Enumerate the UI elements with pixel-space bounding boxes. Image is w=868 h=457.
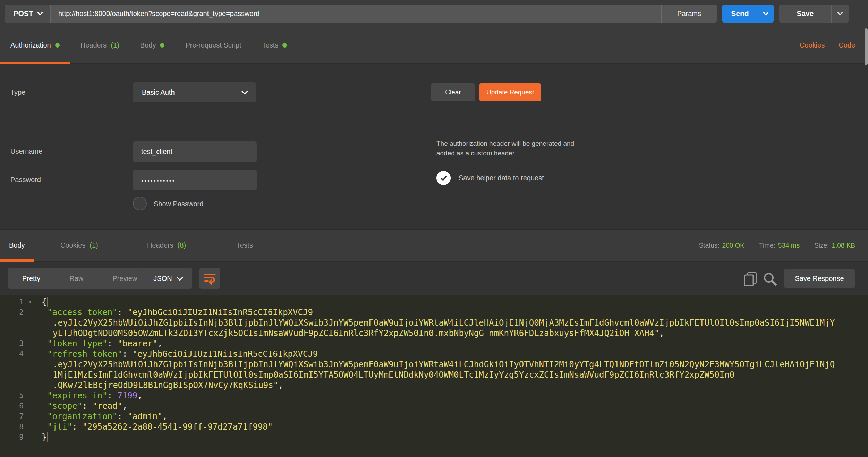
line-number: 5 xyxy=(0,390,24,401)
code-text: yLTJhODgtNDU0MS05OWZmLTk3ZDI3YTcxZjk5OCI… xyxy=(37,328,868,338)
clear-button[interactable]: Clear xyxy=(431,83,475,101)
request-bar: POST http://host1:8000/oauth/token?scope… xyxy=(0,0,868,27)
update-request-button[interactable]: Update Request xyxy=(479,83,541,101)
auth-type-value: Basic Auth xyxy=(142,88,242,96)
send-options-button[interactable] xyxy=(758,5,774,23)
word-wrap-button[interactable] xyxy=(199,268,220,289)
fold-gutter xyxy=(24,328,37,338)
fold-gutter xyxy=(24,359,37,370)
status-badge: Status:200 OK xyxy=(699,242,744,249)
search-response-button[interactable] xyxy=(763,271,778,287)
line-number xyxy=(0,380,24,390)
response-toolbar: Pretty Raw Preview JSON xyxy=(0,262,868,295)
send-button[interactable]: Send xyxy=(722,5,758,23)
save-button-group: Save xyxy=(779,5,849,23)
fold-gutter xyxy=(24,390,37,401)
status-value: 200 OK xyxy=(722,242,744,249)
code-line: .QKw72lEBcjreOdD9L8B1nGgBISpOX7NvCy7KqKS… xyxy=(0,380,868,390)
size-label: Size: xyxy=(814,242,829,249)
code-line: 9} xyxy=(0,432,868,442)
tab-pre-request-script[interactable]: Pre-request Script xyxy=(175,27,252,63)
format-select[interactable]: JSON xyxy=(143,268,192,289)
fold-gutter xyxy=(24,401,37,411)
code-text: "token_type": "bearer", xyxy=(37,338,868,349)
time-badge: Time:534 ms xyxy=(759,242,800,249)
response-tab-cookies-label: Cookies xyxy=(60,241,85,249)
code-text: 1MjE1MzEsImF1dGhvcml0aWVzIjpbIkFETUlOIl0… xyxy=(37,370,868,380)
tab-headers[interactable]: Headers (1) xyxy=(70,27,130,63)
chevron-down-icon xyxy=(837,10,843,15)
tab-pre-request-label: Pre-request Script xyxy=(185,41,241,49)
code-link[interactable]: Code xyxy=(839,41,855,49)
response-tab-body[interactable]: Body xyxy=(0,230,34,261)
response-headers-count-badge: (8) xyxy=(178,241,186,249)
line-number: 1 xyxy=(0,297,24,307)
fold-gutter xyxy=(24,318,37,328)
code-text: "refresh_token": "eyJhbGciOiJIUzI1NiIsIn… xyxy=(37,349,868,359)
line-number: 7 xyxy=(0,411,24,422)
fold-gutter xyxy=(24,349,37,359)
save-options-button[interactable] xyxy=(831,5,849,23)
fold-gutter xyxy=(24,370,37,380)
cookies-link[interactable]: Cookies xyxy=(800,41,825,49)
save-helper-checkbox[interactable] xyxy=(436,171,451,185)
tab-authorization-label: Authorization xyxy=(10,41,51,49)
username-value: test_client xyxy=(141,148,172,156)
response-tab-cookies[interactable]: Cookies (1) xyxy=(51,230,107,261)
code-text: { xyxy=(37,297,868,307)
code-text: "jti": "295a5262-2a88-4541-99ff-97d27a71… xyxy=(37,422,868,432)
time-value: 534 ms xyxy=(778,242,800,249)
chevron-down-icon xyxy=(37,10,43,15)
code-line: 1▾{ xyxy=(0,297,868,307)
format-value: JSON xyxy=(153,275,172,283)
password-input[interactable]: ••••••••••• xyxy=(133,170,257,190)
show-password-radio[interactable] xyxy=(133,197,147,210)
code-line: 7"organization": "admin", xyxy=(0,411,868,422)
tab-body[interactable]: Body xyxy=(130,27,175,63)
url-input[interactable]: http://host1:8000/oauth/token?scope=read… xyxy=(51,5,661,23)
response-body-editor[interactable]: 1▾{2"access_token": "eyJhbGciOiJIUzI1NiI… xyxy=(0,295,868,457)
save-response-button[interactable]: Save Response xyxy=(784,269,855,288)
username-label: Username xyxy=(10,147,42,155)
save-button[interactable]: Save xyxy=(779,5,831,23)
postman-window: POST http://host1:8000/oauth/token?scope… xyxy=(0,0,868,457)
code-line: 5"expires_in": 7199, xyxy=(0,390,868,401)
helper-note-line2: added as a custom header xyxy=(436,148,574,158)
auth-type-select[interactable]: Basic Auth xyxy=(133,82,256,102)
tab-body-label: Body xyxy=(140,41,156,49)
send-button-group: Send xyxy=(722,5,774,23)
fold-arrow-icon[interactable]: ▾ xyxy=(24,297,37,307)
view-mode-group: Pretty Raw Preview xyxy=(8,268,152,289)
green-dot-icon xyxy=(55,43,60,48)
response-tab-headers-label: Headers xyxy=(147,241,173,249)
fold-gutter xyxy=(24,380,37,390)
response-meta: Status:200 OK Time:534 ms Size:1.08 KB xyxy=(699,230,855,261)
code-line: .eyJ1c2VyX25hbWUiOiJhZG1pbiIsInNjb3BlIjp… xyxy=(0,318,868,328)
tab-headers-label: Headers xyxy=(80,41,107,49)
code-text: .eyJ1c2VyX25hbWUiOiJhZG1pbiIsInNjb3BlIjp… xyxy=(37,318,868,328)
scrollbar-thumb[interactable] xyxy=(865,28,868,65)
chevron-down-icon xyxy=(177,274,183,281)
line-number: 2 xyxy=(0,307,24,318)
tab-authorization[interactable]: Authorization xyxy=(0,27,70,63)
password-label: Password xyxy=(10,176,41,184)
view-raw-button[interactable]: Raw xyxy=(55,275,98,283)
code-line: .eyJ1c2VyX25hbWUiOiJhZG1pbiIsInNjb3BlIjp… xyxy=(0,359,868,370)
copy-response-button[interactable] xyxy=(743,271,758,287)
code-line: 1MjE1MzEsImF1dGhvcml0aWVzIjpbIkFETUlOIl0… xyxy=(0,370,868,380)
code-text: } xyxy=(37,432,868,442)
response-tab-tests[interactable]: Tests xyxy=(228,230,262,261)
request-tabs: Authorization Headers (1) Body Pre-reque… xyxy=(0,27,868,64)
username-input[interactable]: test_client xyxy=(133,141,257,162)
method-select[interactable]: POST xyxy=(5,5,51,23)
green-dot-icon xyxy=(282,43,287,48)
line-number xyxy=(0,370,24,380)
chevron-down-icon xyxy=(763,10,769,15)
line-number: 9 xyxy=(0,432,24,442)
view-pretty-button[interactable]: Pretty xyxy=(8,275,55,283)
headers-count-badge: (1) xyxy=(111,41,119,49)
tab-tests[interactable]: Tests xyxy=(252,27,298,63)
params-button[interactable]: Params xyxy=(661,5,717,23)
response-tab-body-label: Body xyxy=(9,241,25,249)
response-tab-headers[interactable]: Headers (8) xyxy=(138,230,195,261)
